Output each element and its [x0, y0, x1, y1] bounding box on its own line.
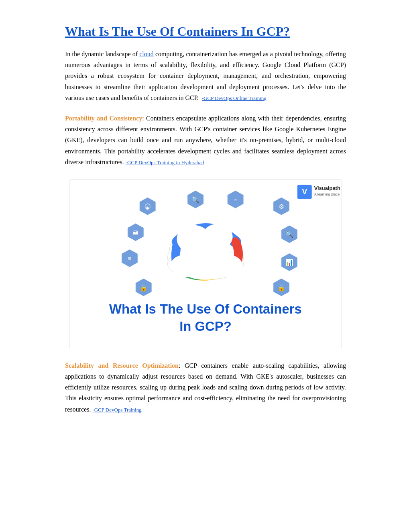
- intro-text-before-link: In the dynamic landscape of: [65, 51, 139, 57]
- svg-text:🔍: 🔍: [191, 196, 199, 204]
- section2-ref-link[interactable]: -GCP DevOps Training: [92, 407, 141, 413]
- page-container: What Is The Use Of Containers In GCP? In…: [33, 0, 378, 448]
- gcp-svg: V Visualpath A learning place: [69, 180, 342, 348]
- intro-ref-link[interactable]: -GCP DevOps Online Training: [202, 95, 267, 101]
- cloud-link[interactable]: cloud: [139, 51, 154, 57]
- svg-text:📊: 📊: [285, 259, 293, 266]
- intro-text-after-link: computing, containerization has emerged …: [65, 51, 346, 101]
- section2-paragraph: Scalability and Resource Optimization: G…: [65, 360, 346, 415]
- svg-text:≡: ≡: [128, 255, 131, 262]
- svg-text:Visualpath: Visualpath: [314, 185, 340, 191]
- section1-heading: Portability and Consistency: [65, 115, 142, 122]
- svg-text:🔒: 🔒: [277, 284, 285, 291]
- svg-text:What Is The Use Of Containers: What Is The Use Of Containers: [109, 302, 302, 316]
- svg-text:◈: ◈: [145, 205, 150, 211]
- svg-text:🏔: 🏔: [133, 230, 138, 236]
- svg-text:In GCP?: In GCP?: [179, 319, 232, 334]
- svg-text:V: V: [302, 187, 307, 196]
- section1-paragraph: Portability and Consistency: Containers …: [65, 113, 346, 167]
- svg-text:🔒: 🔒: [140, 284, 148, 291]
- svg-text:🔍: 🔍: [285, 230, 293, 238]
- page-title: What Is The Use Of Containers In GCP?: [65, 24, 346, 39]
- svg-text:A learning place: A learning place: [314, 192, 340, 196]
- svg-point-15: [181, 260, 229, 280]
- gcp-illustration: V Visualpath A learning place: [69, 179, 342, 348]
- section2-heading: Scalability and Resource Optimization: [65, 362, 179, 369]
- section1-ref-link[interactable]: -GCP DevOps Training in Hyderabad: [126, 159, 204, 165]
- gcp-image-container: V Visualpath A learning place: [65, 179, 346, 348]
- section1-text: : Containers encapsulate applications al…: [65, 115, 346, 165]
- intro-paragraph: In the dynamic landscape of cloud comput…: [65, 49, 346, 103]
- svg-text:≡: ≡: [234, 196, 237, 203]
- svg-text:⚙: ⚙: [279, 203, 284, 210]
- section2-text: : GCP containers enable auto-scaling cap…: [65, 362, 346, 413]
